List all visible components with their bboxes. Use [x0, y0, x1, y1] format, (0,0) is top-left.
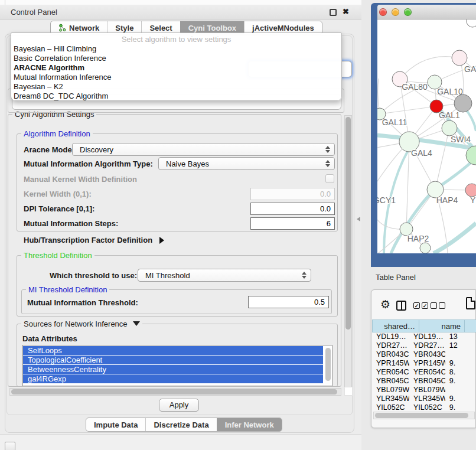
scrollbar-thumb[interactable]: [325, 348, 331, 381]
network-node-y[interactable]: [465, 184, 476, 197]
splitpane-collapse-icon[interactable]: [357, 217, 360, 221]
bottom-tab-impute-data[interactable]: Impute Data: [86, 418, 145, 431]
table-cell: YDL19…: [409, 332, 445, 341]
table-row[interactable]: YDR27…YDR27…12: [372, 341, 476, 350]
kernel-width-label: Kernel Width (0,1):: [24, 190, 92, 198]
scrollbar-thumb[interactable]: [11, 389, 337, 394]
table-row[interactable]: YER054CYER054C8.: [372, 368, 476, 377]
table-body: YDL19…YDL19…13YDR27…YDR27…12YBR043CYBR04…: [372, 332, 476, 410]
network-node-label: GAL11: [382, 118, 407, 127]
table-cell: YBR043C: [372, 350, 409, 359]
tab-label: Network: [69, 24, 99, 32]
window-close-traffic-light[interactable]: [379, 8, 387, 16]
kernel-width-field[interactable]: 0.0: [250, 188, 335, 200]
table-cell: 13: [445, 332, 476, 341]
table-row[interactable]: YIL052CYIL052C9.: [372, 403, 476, 410]
table-cell: YIL052C: [372, 403, 409, 410]
column-layout-icon[interactable]: [396, 301, 406, 311]
aracne-mode-value: Discovery: [80, 145, 113, 154]
select-all-checkbox-icon[interactable]: ✓: [422, 302, 428, 309]
which-threshold-combobox[interactable]: MI Threshold: [138, 269, 311, 282]
aracne-mode-combobox[interactable]: Discovery: [72, 143, 335, 156]
data-attributes-label: Data Attributes: [22, 334, 77, 343]
table-cell: YBL079W: [372, 386, 409, 394]
tab-label: Cyni Toolbox: [188, 24, 236, 32]
network-edge: [380, 106, 436, 114]
bottom-strip: [0, 434, 361, 450]
table-row[interactable]: YPR145WYPR145W9.: [372, 359, 476, 368]
application-window: Control Panel ✖ NetworkStyleSelectCyni T…: [0, 0, 476, 450]
deselect-all-checkbox-icon[interactable]: [439, 302, 445, 309]
mi-type-combobox[interactable]: Naive Bayes: [158, 157, 335, 170]
scrollbar-thumb[interactable]: [375, 413, 468, 418]
table-column-header[interactable]: name: [419, 319, 465, 332]
network-node-label: HAP2: [407, 234, 429, 243]
tab-label: Style: [115, 24, 133, 32]
network-node-label: Y: [470, 195, 476, 205]
hub-definition-toggle[interactable]: Hub/Transcription Factor Definition: [24, 236, 164, 244]
export-table-icon[interactable]: [466, 297, 475, 309]
table-cell: YLR345W: [372, 394, 409, 403]
attribute-list-item[interactable]: BetweennessCentrality: [23, 365, 323, 374]
close-panel-icon[interactable]: ✖: [343, 7, 349, 16]
sources-group-title: Sources for Network Inference: [21, 319, 142, 328]
manual-kernel-checkbox[interactable]: [325, 174, 334, 183]
network-node-gal7[interactable]: [452, 50, 467, 66]
table-row[interactable]: YLR345WYLR345W9.: [372, 394, 476, 403]
bottom-tab-infer-network[interactable]: Infer Network: [217, 418, 282, 431]
network-node-label: GAL10: [437, 87, 463, 96]
table-panel-title: Table Panel: [376, 273, 416, 282]
table-cell: 8.: [445, 368, 476, 377]
table-cell: YER054C: [409, 368, 445, 377]
settings-vertical-scrollbar[interactable]: [344, 115, 352, 394]
network-node-swi4[interactable]: [442, 120, 457, 136]
window-zoom-traffic-light[interactable]: [404, 8, 412, 16]
mi-threshold-group-title: MI Threshold Definition: [26, 285, 109, 294]
table-cell: 9.: [445, 403, 476, 410]
window-minimize-traffic-light[interactable]: [392, 8, 399, 16]
table-settings-gear-icon[interactable]: ⚙: [380, 298, 390, 311]
dropdown-item[interactable]: Bayesian – K2: [11, 82, 341, 92]
bottom-tab-discretize-data[interactable]: Discretize Data: [145, 418, 216, 431]
combo-spinner-icon: [325, 160, 330, 167]
settings-horizontal-scrollbar[interactable]: [9, 388, 341, 396]
list-vertical-scrollbar[interactable]: [325, 347, 331, 384]
attribute-list-item[interactable]: gal4RGexp: [23, 374, 323, 383]
select-all-checkbox-icon[interactable]: ✓: [413, 302, 420, 309]
mi-threshold-label: Mutual Information Threshold:: [27, 298, 138, 307]
network-node[interactable]: [467, 19, 476, 27]
dropdown-item[interactable]: Bayesian – Hill Climbing: [11, 44, 341, 54]
attribute-list-item[interactable]: TopologicalCoefficient: [23, 356, 323, 364]
mi-threshold-field[interactable]: 0.5: [248, 296, 329, 308]
table-cell: YIL052C: [409, 403, 445, 410]
minimized-panel-icon[interactable]: [5, 442, 15, 450]
attribute-list-item[interactable]: SelfLoops: [23, 346, 323, 355]
table-horizontal-scrollbar[interactable]: [373, 412, 475, 419]
dropdown-item[interactable]: Basic Correlation Inference: [11, 54, 341, 63]
table-cell: YER054C: [372, 368, 409, 377]
table-cell: YDR27…: [409, 341, 445, 350]
table-cell: 9.: [445, 394, 476, 403]
dropdown-item[interactable]: ARACNE Algorithm: [11, 63, 341, 73]
aracne-mode-label: Aracne Mode:: [24, 145, 74, 154]
deselect-all-checkbox-icon[interactable]: [431, 302, 437, 309]
table-row[interactable]: YDL19…YDL19…13: [372, 332, 476, 341]
table-row[interactable]: YBR043CYBR043C: [372, 350, 476, 359]
table-row[interactable]: YBR045CYBR045C9.: [372, 377, 476, 386]
table-column-header[interactable]: A: [465, 319, 476, 332]
mi-steps-field[interactable]: 6: [250, 217, 335, 230]
data-attributes-list[interactable]: SelfLoopsTopologicalCoefficientBetweenne…: [22, 345, 332, 386]
table-column-header[interactable]: shared…: [372, 319, 419, 332]
scrollbar-thumb[interactable]: [345, 117, 351, 330]
apply-button[interactable]: Apply: [159, 399, 199, 412]
float-panel-icon[interactable]: [330, 9, 337, 16]
table-row[interactable]: YBL079WYBL079W: [372, 386, 476, 394]
network-node[interactable]: [420, 243, 431, 253]
dropdown-item[interactable]: Dream8 DC_TDC Algorithm: [11, 92, 341, 101]
collapse-down-icon[interactable]: [133, 321, 140, 326]
network-edge: [391, 161, 473, 253]
dpi-tolerance-field[interactable]: 0.0: [250, 203, 335, 215]
network-canvas[interactable]: GAL7GAL80GAL10GAL1GAL11SWI4GAL4GCY1HAP4Y…: [377, 19, 476, 253]
dropdown-item[interactable]: Mutual Information Inference: [11, 73, 341, 82]
network-node[interactable]: [454, 94, 472, 112]
